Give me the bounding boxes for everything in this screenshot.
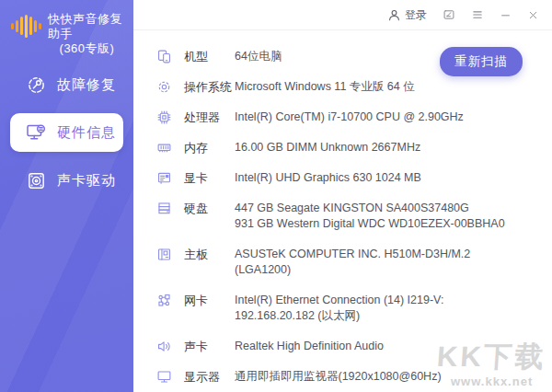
login-label: 登录 [405, 7, 427, 23]
login-button[interactable]: 登录 [387, 7, 427, 23]
ram-icon [156, 140, 172, 156]
menu-button[interactable] [471, 8, 484, 21]
hw-row-motherboard: 主板 ASUSTeK COMPUTER INC. H510M-D3H/M.2 (… [133, 239, 552, 285]
hw-row-label: 声卡 [184, 339, 235, 354]
hw-row-value: Microsoft Windows 11 专业版 64 位 [235, 79, 511, 95]
menu-icon [471, 8, 484, 21]
app-header: 快快声音修复助手 (360专版) [0, 0, 133, 56]
motherboard-icon [156, 247, 172, 262]
sidebar-item-fault-repair[interactable]: 故障修复 [10, 65, 123, 104]
hw-row-soundcard: 声卡 Realtek High Definition Audio [133, 331, 552, 362]
sidebar-item-hardware-info[interactable]: 硬件信息 [10, 113, 123, 152]
disk-icon [156, 201, 172, 216]
hw-row-value: ASUSTeK COMPUTER INC. H510M-D3H/M.2 (LGA… [235, 247, 511, 278]
hw-row-label: 主板 [184, 247, 235, 262]
hw-row-label: 处理器 [184, 110, 235, 125]
hw-row-value: 447 GB Seagate KINGSTON SA400S37480G 931… [235, 201, 511, 232]
hw-row-label: 硬盘 [184, 201, 235, 216]
hw-row-disk: 硬盘 447 GB Seagate KINGSTON SA400S37480G … [133, 193, 552, 239]
hw-row-display: 显示器 通用即插即用监视器(1920x1080@60Hz) [133, 362, 552, 392]
gear-wrench-icon [25, 74, 47, 96]
sidebar-menu: 故障修复 硬件信息 [0, 65, 133, 200]
app-window: 快快声音修复助手 (360专版) 故障修复 [0, 0, 552, 392]
hw-row-label: 显卡 [184, 170, 235, 186]
hw-row-memory: 内存 16.00 GB DIMM Unknown 2667MHz [133, 133, 552, 163]
gear-icon [156, 79, 172, 95]
app-title-line1: 快快声音修复助手 [48, 12, 126, 41]
network-icon [156, 293, 172, 308]
hw-row-label: 内存 [184, 140, 235, 156]
minimize-icon [500, 9, 512, 21]
hw-row-value: Intel(R) Ethernet Connection (14) I219-V… [235, 293, 511, 324]
sidebar: 快快声音修复助手 (360专版) 故障修复 [0, 0, 133, 392]
hw-row-label: 显示器 [184, 369, 235, 385]
titlebar: 登录 [133, 0, 552, 30]
hw-row-label: 网卡 [184, 293, 235, 308]
app-title-line2: (360专版) [48, 41, 126, 56]
hw-row-value: 通用即插即用监视器(1920x1080@60Hz) [235, 369, 511, 385]
close-icon [527, 9, 539, 21]
app-title: 快快声音修复助手 (360专版) [48, 12, 126, 56]
feedback-icon [443, 8, 455, 21]
hw-row-label: 操作系统 [184, 79, 235, 95]
hw-row-cpu: 处理器 Intel(R) Core(TM) i7-10700 CPU @ 2.9… [133, 102, 552, 133]
speaker-icon [156, 339, 172, 354]
soundcard-icon [25, 169, 47, 191]
hw-row-value: Realtek High Definition Audio [235, 339, 511, 354]
sidebar-item-label: 硬件信息 [57, 124, 116, 142]
minimize-button[interactable] [500, 9, 512, 21]
cpu-icon [156, 110, 172, 125]
main-area: 登录 [133, 0, 552, 392]
feedback-button[interactable] [443, 8, 455, 21]
hw-row-network: 网卡 Intel(R) Ethernet Connection (14) I21… [133, 285, 552, 331]
rescan-button[interactable]: 重新扫描 [440, 47, 523, 76]
sidebar-item-label: 故障修复 [57, 76, 116, 94]
hw-row-value: Intel(R) UHD Graphics 630 1024 MB [235, 170, 511, 186]
audio-wave-logo-icon [11, 13, 41, 39]
devices-icon [156, 49, 172, 64]
gpu-icon [156, 170, 172, 186]
sidebar-item-label: 声卡驱动 [57, 172, 116, 190]
hardware-info-panel: 重新扫描 机型 64位电脑 [133, 30, 552, 392]
monitor-info-icon [25, 121, 47, 144]
user-icon [387, 8, 401, 22]
monitor-icon [156, 369, 172, 385]
close-button[interactable] [527, 9, 539, 21]
hw-row-gpu: 显卡 Intel(R) UHD Graphics 630 1024 MB [133, 163, 552, 193]
sidebar-item-soundcard-driver[interactable]: 声卡驱动 [10, 161, 123, 200]
hw-row-value: 16.00 GB DIMM Unknown 2667MHz [235, 140, 511, 156]
hw-row-value: Intel(R) Core(TM) i7-10700 CPU @ 2.90GHz [235, 110, 511, 125]
hw-row-label: 机型 [184, 49, 235, 64]
